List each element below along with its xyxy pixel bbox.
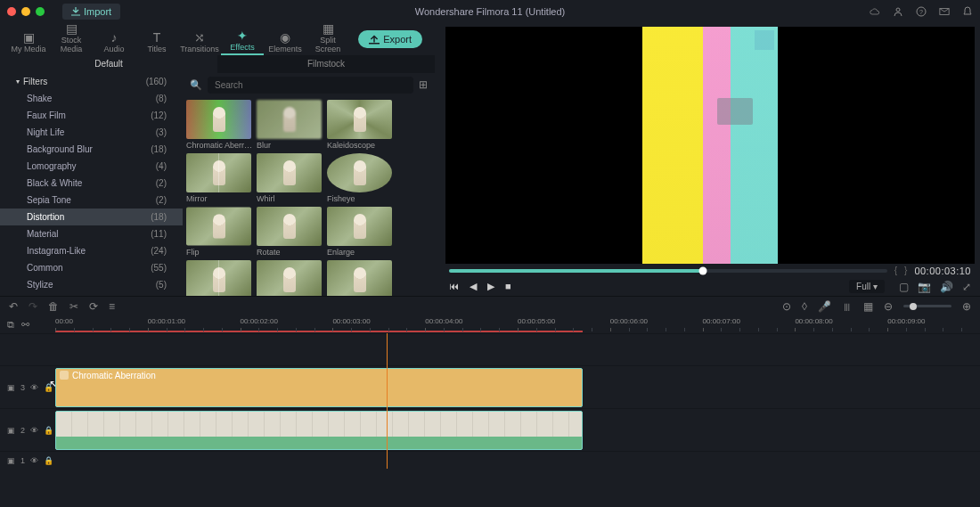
speed-button[interactable]: ⟳ bbox=[89, 300, 98, 313]
lock-icon[interactable]: 🔒 bbox=[44, 426, 53, 435]
menu-icon[interactable]: ≡ bbox=[109, 300, 115, 313]
timeline-toolbar: ↶ ↷ 🗑 ✂ ⟳ ≡ ⊙ ◊ 🎤 ⫼ ▦ ⊖ ⊕ bbox=[0, 296, 980, 315]
export-button[interactable]: Export bbox=[358, 30, 422, 48]
mail-icon[interactable] bbox=[939, 6, 950, 17]
zoom-slider[interactable] bbox=[903, 305, 951, 307]
effect-item[interactable]: Enlarge bbox=[327, 207, 394, 257]
effect-item[interactable]: Mirror Flip bbox=[186, 260, 253, 296]
category-item[interactable]: Instagram-Like(24) bbox=[0, 242, 183, 259]
effect-item[interactable]: Whirl bbox=[257, 153, 323, 203]
volume-icon[interactable]: 🔊 bbox=[940, 281, 953, 293]
effect-item[interactable]: Mirror bbox=[186, 153, 253, 203]
effect-label: Blur bbox=[257, 141, 323, 150]
category-item[interactable]: Stylize(5) bbox=[0, 276, 183, 293]
tab-effects[interactable]: ✦Effects bbox=[221, 29, 264, 55]
tab-transitions[interactable]: ⤭Transitions bbox=[178, 30, 221, 55]
track-2[interactable]: ▣ 2 👁 🔒 bbox=[0, 408, 980, 451]
category-item[interactable]: Material(11) bbox=[0, 225, 183, 242]
quality-select[interactable]: Full ▾ bbox=[849, 280, 885, 293]
category-item[interactable]: Night Life(3) bbox=[0, 124, 183, 141]
category-item[interactable]: Distortion(18) bbox=[0, 209, 183, 225]
snapshot-icon[interactable]: 📷 bbox=[918, 281, 931, 293]
track-3[interactable]: ▣ 3 👁 🔒 Chromatic Aberration bbox=[0, 365, 980, 408]
visibility-icon[interactable]: 👁 bbox=[30, 383, 38, 392]
track-number: 2 bbox=[20, 426, 25, 435]
cloud-icon[interactable] bbox=[870, 6, 880, 17]
effects-grid: Chromatic AberrationBlurKaleidoscopeMirr… bbox=[183, 96, 435, 296]
video-clip[interactable] bbox=[55, 411, 583, 450]
render-icon[interactable]: ▦ bbox=[863, 300, 873, 313]
marker-out-icon[interactable]: } bbox=[904, 266, 907, 275]
preview-viewport[interactable] bbox=[445, 27, 975, 264]
effect-label: Fisheye bbox=[327, 194, 394, 203]
tab-stock-media[interactable]: ▤Stock Media bbox=[50, 21, 93, 55]
fullscreen-icon[interactable]: ⤢ bbox=[962, 281, 971, 293]
play-backward-button[interactable]: ◀ bbox=[470, 281, 477, 292]
import-button[interactable]: Import bbox=[62, 4, 120, 20]
notification-icon[interactable] bbox=[962, 6, 973, 17]
visibility-icon[interactable]: 👁 bbox=[30, 426, 38, 435]
effect-item[interactable]: Blur bbox=[257, 100, 323, 150]
track-1[interactable]: ▣ 1 👁 🔒 bbox=[0, 451, 980, 469]
prev-frame-button[interactable]: ⏮ bbox=[449, 281, 459, 292]
record-icon[interactable]: ⊙ bbox=[782, 300, 791, 313]
copy-icon[interactable]: ⧉ bbox=[7, 319, 14, 331]
help-icon[interactable]: ? bbox=[916, 6, 927, 17]
svg-point-0 bbox=[896, 8, 900, 12]
subtab-default[interactable]: Default bbox=[0, 55, 217, 73]
effect-item[interactable]: Narrow bbox=[257, 260, 323, 296]
tab-audio[interactable]: ♪Audio bbox=[93, 30, 135, 55]
category-item[interactable]: Background Blur(18) bbox=[0, 141, 183, 158]
cut-button[interactable]: ✂ bbox=[69, 300, 78, 313]
preview-scrubber[interactable] bbox=[449, 269, 887, 273]
play-button[interactable]: ▶ bbox=[487, 281, 494, 292]
effect-item[interactable]: Flip bbox=[186, 207, 253, 257]
lock-icon[interactable]: 🔒 bbox=[44, 456, 53, 465]
category-item[interactable]: Shake(8) bbox=[0, 90, 183, 107]
grid-view-icon[interactable]: ⊞ bbox=[419, 78, 428, 91]
time-ruler[interactable]: 00:0000:00:01:0000:00:02:0000:00:03:0000… bbox=[55, 315, 980, 333]
account-icon[interactable] bbox=[893, 6, 903, 17]
maximize-icon[interactable] bbox=[36, 7, 45, 16]
lock-icon[interactable]: 🔒 bbox=[44, 383, 53, 392]
marker-icon[interactable]: ◊ bbox=[802, 300, 807, 313]
effect-clip[interactable]: Chromatic Aberration bbox=[55, 368, 583, 407]
undo-button[interactable]: ↶ bbox=[9, 300, 18, 313]
effect-item[interactable]: Rotate bbox=[257, 207, 323, 257]
effect-item[interactable]: Water Ripple bbox=[327, 260, 394, 296]
tab-elements[interactable]: ◉Elements bbox=[264, 30, 306, 55]
category-item[interactable]: Black & White(2) bbox=[0, 175, 183, 192]
category-item[interactable]: Common(55) bbox=[0, 259, 183, 276]
tab-split-screen[interactable]: ▦Split Screen bbox=[306, 21, 349, 55]
zoom-in-icon[interactable]: ⊕ bbox=[962, 300, 971, 313]
category-item[interactable]: Faux Film(12) bbox=[0, 107, 183, 124]
mic-icon[interactable]: 🎤 bbox=[818, 300, 831, 313]
effect-item[interactable]: Chromatic Aberration bbox=[186, 100, 253, 150]
link-icon[interactable]: ⚯ bbox=[21, 319, 29, 331]
mixer-icon[interactable]: ⫼ bbox=[842, 300, 853, 313]
effect-item[interactable]: Fisheye bbox=[327, 153, 394, 203]
library-panel: ▣My Media ▤Stock Media ♪Audio TTitles ⤭T… bbox=[0, 23, 435, 296]
minimize-icon[interactable] bbox=[21, 7, 30, 16]
category-header[interactable]: Filters (160) bbox=[0, 73, 183, 90]
playhead[interactable] bbox=[387, 333, 388, 469]
category-item[interactable]: Sepia Tone(2) bbox=[0, 192, 183, 209]
redo-button[interactable]: ↷ bbox=[29, 300, 37, 313]
subtab-filmstock[interactable]: Filmstock bbox=[217, 55, 435, 73]
close-icon[interactable] bbox=[7, 7, 16, 16]
category-item[interactable]: Lomography(4) bbox=[0, 158, 183, 175]
ruler-tick: 00:00:01:00 bbox=[148, 317, 185, 325]
stop-button[interactable]: ■ bbox=[505, 281, 511, 292]
tab-titles[interactable]: TTitles bbox=[135, 30, 178, 55]
delete-button[interactable]: 🗑 bbox=[48, 300, 59, 313]
effect-thumb bbox=[186, 100, 251, 139]
display-icon[interactable]: ▢ bbox=[899, 281, 909, 293]
search-input[interactable] bbox=[208, 77, 413, 94]
zoom-out-icon[interactable]: ⊖ bbox=[884, 300, 893, 313]
marker-in-icon[interactable]: { bbox=[894, 266, 897, 275]
tab-my-media[interactable]: ▣My Media bbox=[7, 30, 50, 55]
effect-thumb bbox=[186, 260, 251, 296]
visibility-icon[interactable]: 👁 bbox=[30, 456, 38, 465]
preview-timecode: 00:00:03:10 bbox=[914, 266, 971, 276]
effect-item[interactable]: Kaleidoscope bbox=[327, 100, 394, 150]
